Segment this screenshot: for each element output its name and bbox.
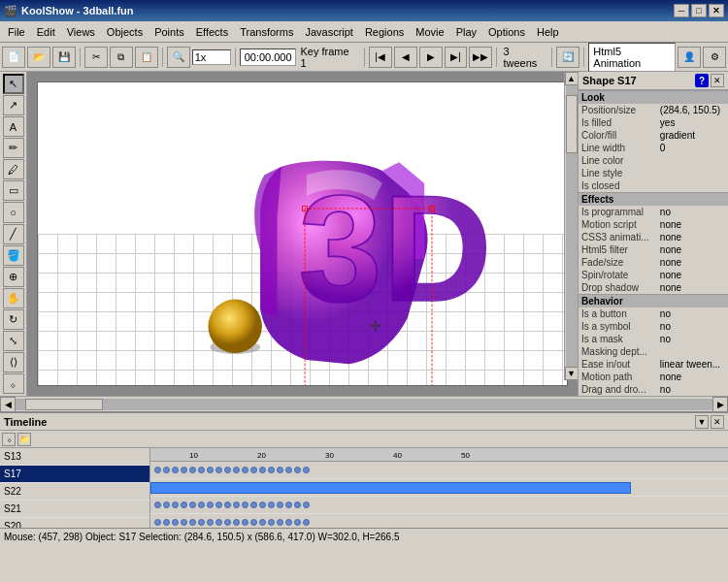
menu-item-regions[interactable]: Regions xyxy=(359,24,410,40)
select-tool[interactable]: ↖ xyxy=(3,74,24,94)
colorfill-label: Color/fill xyxy=(579,129,657,142)
menu-item-edit[interactable]: Edit xyxy=(31,24,61,40)
timeline-add-key[interactable]: ⬦ xyxy=(2,433,16,446)
pos-value: (284.6, 150.5) xyxy=(657,104,728,116)
paste-button[interactable]: 📋 xyxy=(135,47,158,68)
save-button[interactable]: 💾 xyxy=(52,47,76,68)
rectangle-tool[interactable]: ▭ xyxy=(3,180,24,201)
hscroll-thumb[interactable] xyxy=(25,399,103,410)
scroll-down-button[interactable]: ▼ xyxy=(565,367,579,380)
timeline-dot xyxy=(233,467,240,473)
menu-item-movie[interactable]: Movie xyxy=(410,24,449,40)
vscroll-thumb[interactable] xyxy=(566,95,578,153)
node-tool[interactable]: ⬦ xyxy=(3,373,24,394)
dropshadow-value: none xyxy=(657,281,728,295)
maximize-button[interactable]: □ xyxy=(691,4,707,17)
timeline-dot xyxy=(277,519,283,526)
timeline-body: S13S17S22S21S20 10 20 30 40 50 xyxy=(0,448,728,528)
easeinout-value: linear tween... xyxy=(657,358,728,371)
timeline-row-s13[interactable]: S13 xyxy=(0,448,149,466)
text-tool[interactable]: A xyxy=(3,116,24,137)
timeline-dot xyxy=(303,519,310,526)
timeline-dot xyxy=(294,501,301,508)
menu-item-play[interactable]: Play xyxy=(450,24,482,40)
skew-tool[interactable]: ⟨⟩ xyxy=(3,352,24,372)
timeline-row-s21[interactable]: S21 xyxy=(0,501,149,518)
menu-item-file[interactable]: File xyxy=(2,24,31,40)
timeline-row-s20[interactable]: S20 xyxy=(0,518,149,528)
zoom-level[interactable]: 1x xyxy=(192,49,231,65)
menu-item-effects[interactable]: Effects xyxy=(190,24,234,40)
direct-select-tool[interactable]: ↗ xyxy=(3,95,24,115)
play-back-button[interactable]: |◀ xyxy=(369,47,392,68)
loop-button[interactable]: 🔄 xyxy=(556,47,579,68)
timeline-dot xyxy=(154,501,161,508)
panel-close[interactable]: ✕ xyxy=(711,74,724,87)
menu-item-help[interactable]: Help xyxy=(531,24,565,40)
timeline-row-s22[interactable]: S22 xyxy=(0,483,149,501)
settings-button[interactable]: ⚙ xyxy=(703,47,726,68)
canvas-area[interactable]: 3D ✛ ▲ ▼ xyxy=(27,72,578,396)
menu-item-javascript[interactable]: Javascript xyxy=(299,24,359,40)
zoom-tool[interactable]: ⊕ xyxy=(3,267,24,287)
user-button[interactable]: 👤 xyxy=(678,47,701,68)
timeline-row-s17[interactable]: S17 xyxy=(0,466,149,483)
timeline-dot xyxy=(242,467,248,473)
timeline-dot xyxy=(294,519,301,526)
timeline-dot xyxy=(250,519,257,526)
new-button[interactable]: 📄 xyxy=(2,47,25,68)
toolbar: 📄 📂 💾 ✂ ⧉ 📋 🔍 1x 00:00.000 Key frame 1 |… xyxy=(0,43,728,72)
fill-tool[interactable]: 🪣 xyxy=(3,245,24,266)
timeline-dot xyxy=(242,519,248,526)
isamask-value: no xyxy=(657,333,728,345)
timeline-content-s21 xyxy=(150,514,728,528)
minimize-button[interactable]: ─ xyxy=(674,4,689,17)
menu-item-objects[interactable]: Objects xyxy=(101,24,149,40)
line-tool[interactable]: ╱ xyxy=(3,224,24,244)
isprog-value: no xyxy=(657,206,728,218)
timeline-dot xyxy=(285,501,292,508)
timeline-dot xyxy=(259,501,266,508)
timeline-dot xyxy=(198,519,205,526)
menu-item-transforms[interactable]: Transforms xyxy=(234,24,299,40)
linestyle-label: Line style xyxy=(579,167,657,179)
ellipse-tool[interactable]: ○ xyxy=(3,202,24,222)
timeline-dot xyxy=(198,467,205,473)
timeline-dot xyxy=(303,501,310,508)
play-button[interactable]: ▶ xyxy=(419,47,443,68)
rotate-tool[interactable]: ↻ xyxy=(3,309,24,330)
timeline-dot xyxy=(233,519,240,526)
pencil-tool[interactable]: ✏ xyxy=(3,138,24,158)
ruler-mark-30: 30 xyxy=(325,451,334,460)
hand-tool[interactable]: ✋ xyxy=(3,288,24,308)
open-button[interactable]: 📂 xyxy=(27,47,50,68)
scroll-left-button[interactable]: ◀ xyxy=(0,397,16,412)
scroll-up-button[interactable]: ▲ xyxy=(565,72,579,85)
pos-label: Position/size xyxy=(579,104,657,116)
filled-label: Is filled xyxy=(579,116,657,129)
timeline-dot xyxy=(181,519,187,526)
timeline-close[interactable]: ✕ xyxy=(711,415,724,429)
cut-button[interactable]: ✂ xyxy=(84,47,108,68)
zoom-button[interactable]: 🔍 xyxy=(167,47,190,68)
timeline-collapse[interactable]: ▼ xyxy=(695,415,709,429)
menu-item-views[interactable]: Views xyxy=(61,24,101,40)
timeline-dot xyxy=(259,519,266,526)
motionscript-label: Motion script xyxy=(579,218,657,231)
pen-tool[interactable]: 🖊 xyxy=(3,159,24,179)
scroll-right-button[interactable]: ▶ xyxy=(712,397,728,412)
menu-item-points[interactable]: Points xyxy=(149,24,190,40)
draganddrop-value: no xyxy=(657,383,728,396)
close-button[interactable]: ✕ xyxy=(709,4,724,17)
linecolor-label: Line color xyxy=(579,154,657,167)
step-forward-button[interactable]: ▶| xyxy=(445,47,468,68)
menu-item-options[interactable]: Options xyxy=(482,24,531,40)
app-icon: 🎬 xyxy=(4,5,17,17)
timeline-folder[interactable]: 📁 xyxy=(17,433,31,446)
copy-button[interactable]: ⧉ xyxy=(110,47,133,68)
timeline-content-s17 xyxy=(150,479,728,497)
step-back-button[interactable]: ◀ xyxy=(394,47,417,68)
play-end-button[interactable]: ▶▶ xyxy=(469,47,492,68)
help-button[interactable]: ? xyxy=(695,74,709,87)
scale-tool[interactable]: ⤡ xyxy=(3,331,24,351)
